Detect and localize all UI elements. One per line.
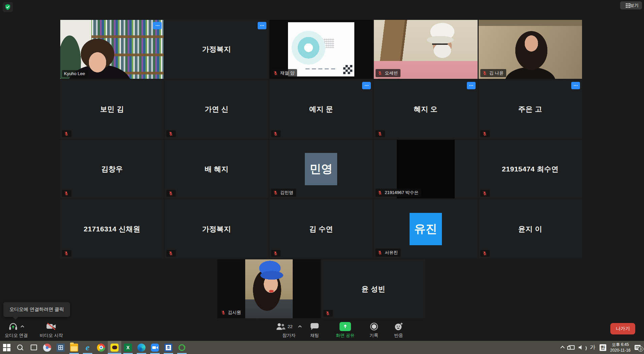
participant-tile[interactable]: 김 수연 [269, 199, 373, 258]
tile-menu-button[interactable]: ⋯ [153, 22, 162, 29]
participants-caret-icon[interactable] [298, 325, 302, 328]
participants-button[interactable]: 22 참가자 [276, 322, 302, 339]
participant-tile[interactable]: 오세빈 [374, 20, 477, 79]
ime-korean-indicator[interactable]: 가 [590, 344, 595, 351]
tile-menu-button[interactable]: ⋯ [467, 82, 476, 89]
participant-name: 21716314 신채원 [60, 199, 164, 258]
participants-count: 22 [288, 324, 292, 329]
participant-tile[interactable]: ⋯ Kyuho Lee [60, 20, 164, 79]
participant-tile[interactable]: 보민 김 [60, 80, 164, 139]
participant-tile[interactable]: 21914967 박수은 [374, 140, 477, 199]
participant-label [166, 190, 176, 197]
taskbar-time: 오후 6:45 [610, 342, 631, 347]
chat-button[interactable]: 채팅 [310, 322, 319, 339]
participant-label [166, 130, 176, 137]
join-audio-label: 오디오 연결 [5, 332, 28, 339]
reactions-label: 반응 [394, 332, 403, 339]
leave-meeting-button[interactable]: 나가기 [610, 323, 635, 334]
muted-mic-icon [378, 71, 382, 75]
participant-tile[interactable]: 예지 문 ⋯ [269, 80, 373, 139]
video-grid: ⋯ Kyuho Lee 가정복지 ⋯ 재열 양 [60, 20, 582, 318]
reactions-button[interactable]: 반응 [394, 322, 403, 339]
muted-mic-icon [482, 131, 487, 136]
taskbar-zoom-icon[interactable] [148, 341, 162, 354]
start-video-button[interactable]: 비디오 시작 [40, 322, 63, 339]
taskbar-clock[interactable]: 오후 6:45 2020-11-16 [610, 342, 631, 353]
participant-label-text: 오세빈 [385, 70, 398, 76]
taskbar-calculator-icon[interactable] [54, 341, 67, 354]
audio-tooltip-text: 오디오에 연결하려면 클릭 [9, 307, 64, 312]
participant-label-text: 21914967 박수은 [385, 190, 418, 196]
participant-label-text: 김민영 [280, 190, 293, 196]
chat-label: 채팅 [310, 332, 319, 339]
participants-icon [276, 322, 286, 331]
security-shield-button[interactable] [3, 2, 13, 12]
taskbar-file-explorer-icon[interactable] [67, 341, 81, 354]
windows-taskbar: 가 한 오후 6:45 2020-11-16 3 [0, 341, 644, 354]
tray-overflow-caret-icon[interactable] [560, 346, 565, 350]
participant-tile[interactable]: 김창우 [60, 140, 164, 199]
taskbar-excel-icon[interactable] [121, 341, 135, 354]
taskbar-start-icon[interactable] [0, 341, 13, 354]
participant-tile[interactable]: 윤지 이 [479, 199, 582, 258]
participant-label [323, 310, 333, 317]
muted-mic-icon [482, 251, 487, 256]
participant-tile[interactable]: 재열 양 [269, 20, 373, 79]
participant-tile[interactable]: 김 나윤 [479, 20, 582, 79]
taskbar-apps [0, 341, 189, 354]
participant-tile[interactable]: 김시원 [217, 259, 321, 318]
taskbar-edge-icon[interactable] [135, 341, 148, 354]
audio-options-caret-icon[interactable] [20, 325, 25, 328]
taskbar-kakaotalk-icon[interactable] [108, 341, 121, 354]
participant-tile[interactable]: 가연 신 [165, 80, 268, 139]
ime-han-indicator[interactable]: 한 [600, 344, 606, 351]
participant-tile[interactable]: 21915474 최수연 [479, 140, 582, 199]
camera-off-icon [46, 322, 56, 330]
audio-tooltip: 오디오에 연결하려면 클릭 [3, 302, 70, 317]
record-button[interactable]: 기록 [369, 322, 378, 339]
participant-name: 보민 김 [60, 80, 164, 139]
participant-tile[interactable]: 21716314 신채원 [60, 199, 164, 258]
taskbar-snip-icon[interactable] [40, 341, 54, 354]
taskbar-task-view-icon[interactable] [27, 341, 40, 354]
participant-label: 재열 양 [271, 69, 297, 77]
muted-mic-icon [273, 131, 278, 136]
participant-label [271, 250, 281, 257]
participant-label [62, 250, 71, 257]
participant-name: 가정복지 [165, 20, 268, 79]
taskbar-hancom-icon[interactable] [162, 341, 175, 354]
participant-tile[interactable]: 배 혜지 [165, 140, 268, 199]
participant-label [480, 190, 490, 197]
participant-tile[interactable]: 혜지 오 ⋯ [374, 80, 477, 139]
participant-tile[interactable]: 가정복지 ⋯ [165, 20, 268, 79]
participant-tile[interactable]: 주은 고 ⋯ [479, 80, 582, 139]
participant-name: 배 혜지 [165, 140, 268, 199]
tile-menu-button[interactable]: ⋯ [571, 82, 580, 89]
action-center-icon[interactable]: 3 [635, 345, 641, 350]
participant-label [376, 130, 385, 137]
join-audio-button[interactable]: 오디오 연결 [5, 322, 28, 339]
taskbar-sync-icon[interactable] [175, 341, 189, 354]
participants-label: 참가자 [282, 332, 295, 339]
grid-view-icon [623, 3, 628, 8]
participant-tile[interactable]: 유진 서유진 [374, 199, 477, 258]
participant-tile[interactable]: 가정복지 [165, 199, 268, 258]
participant-tile[interactable]: 윤 성빈 [322, 259, 425, 318]
headphones-arrow-icon [8, 322, 18, 331]
taskbar-search-icon[interactable] [13, 341, 27, 354]
participant-tile[interactable]: 민영 김민영 [269, 140, 373, 199]
taskbar-chrome-icon[interactable] [94, 341, 108, 354]
tile-menu-button[interactable]: ⋯ [362, 82, 371, 89]
participant-avatar: 민영 [305, 153, 337, 185]
participant-label-text: 재열 양 [280, 70, 295, 76]
participant-label [166, 250, 176, 257]
chat-bubble-icon [310, 322, 319, 330]
volume-icon[interactable] [579, 345, 586, 350]
share-screen-button[interactable]: 화면 공유 [336, 322, 355, 339]
participant-label: 김 나윤 [480, 69, 507, 77]
taskbar-internet-explorer-icon[interactable] [81, 341, 94, 354]
view-button[interactable]: 보기 [620, 1, 642, 9]
tile-menu-button[interactable]: ⋯ [258, 22, 266, 29]
network-icon[interactable] [569, 345, 575, 350]
reactions-smiley-icon [394, 322, 403, 331]
